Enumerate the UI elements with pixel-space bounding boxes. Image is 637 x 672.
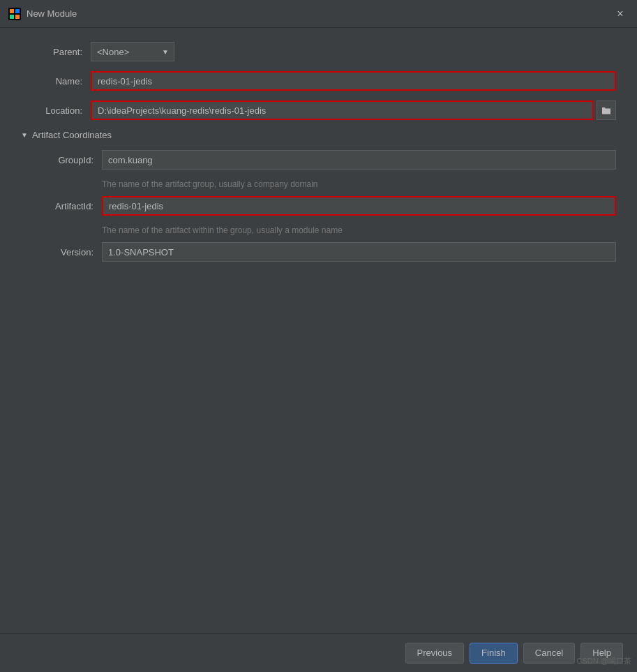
title-bar: New Module × bbox=[0, 0, 637, 28]
svg-rect-1 bbox=[10, 9, 14, 13]
svg-rect-4 bbox=[15, 15, 20, 19]
artifactid-label: ArtifactId: bbox=[32, 201, 102, 211]
version-label: Version: bbox=[32, 247, 102, 257]
location-wrapper bbox=[91, 100, 616, 120]
close-button[interactable]: × bbox=[612, 6, 629, 22]
artifact-section-header: ▼ Artifact Coordinates bbox=[21, 130, 616, 140]
watermark: CSDN @喝口茶 bbox=[577, 656, 631, 666]
new-module-dialog: New Module × Parent: <None> ▼ Name: Loca… bbox=[0, 0, 637, 672]
version-input[interactable] bbox=[102, 242, 616, 262]
svg-rect-2 bbox=[15, 9, 20, 13]
parent-row: Parent: <None> ▼ bbox=[21, 42, 616, 61]
previous-button[interactable]: Previous bbox=[405, 643, 465, 664]
artifactid-field-wrapper bbox=[102, 196, 616, 216]
cancel-button[interactable]: Cancel bbox=[523, 643, 575, 664]
location-row: Location: bbox=[21, 100, 616, 120]
svg-rect-3 bbox=[10, 15, 14, 19]
artifactid-row: ArtifactId: bbox=[32, 196, 616, 216]
collapse-triangle-icon[interactable]: ▼ bbox=[21, 131, 28, 139]
groupid-input[interactable] bbox=[102, 150, 616, 170]
groupid-row: GroupId: bbox=[32, 150, 616, 170]
artifact-section-content: GroupId: The name of the artifact group,… bbox=[21, 150, 616, 262]
parent-label: Parent: bbox=[21, 47, 91, 57]
artifactid-input[interactable] bbox=[102, 196, 616, 216]
version-field-wrapper bbox=[102, 242, 616, 262]
browse-button[interactable] bbox=[597, 100, 616, 120]
intellij-logo-icon bbox=[8, 8, 21, 20]
artifactid-hint: The name of the artifact within the grou… bbox=[32, 225, 616, 235]
dialog-content: Parent: <None> ▼ Name: Location: bbox=[0, 28, 637, 633]
artifact-section-title: Artifact Coordinates bbox=[32, 130, 112, 140]
location-label: Location: bbox=[21, 105, 91, 116]
parent-dropdown[interactable]: <None> bbox=[91, 42, 174, 61]
parent-dropdown-wrapper: <None> ▼ bbox=[91, 42, 174, 61]
name-field-wrapper bbox=[91, 71, 616, 91]
folder-icon bbox=[601, 106, 611, 114]
version-row: Version: bbox=[32, 242, 616, 262]
dialog-footer: Previous Finish Cancel Help bbox=[0, 633, 637, 672]
groupid-hint: The name of the artifact group, usually … bbox=[32, 179, 616, 189]
finish-button[interactable]: Finish bbox=[470, 643, 518, 664]
groupid-label: GroupId: bbox=[32, 155, 102, 165]
location-input[interactable] bbox=[91, 100, 594, 120]
dialog-title: New Module bbox=[27, 8, 612, 19]
name-input[interactable] bbox=[91, 71, 616, 91]
name-label: Name: bbox=[21, 76, 91, 87]
groupid-field-wrapper bbox=[102, 150, 616, 170]
name-row: Name: bbox=[21, 71, 616, 91]
